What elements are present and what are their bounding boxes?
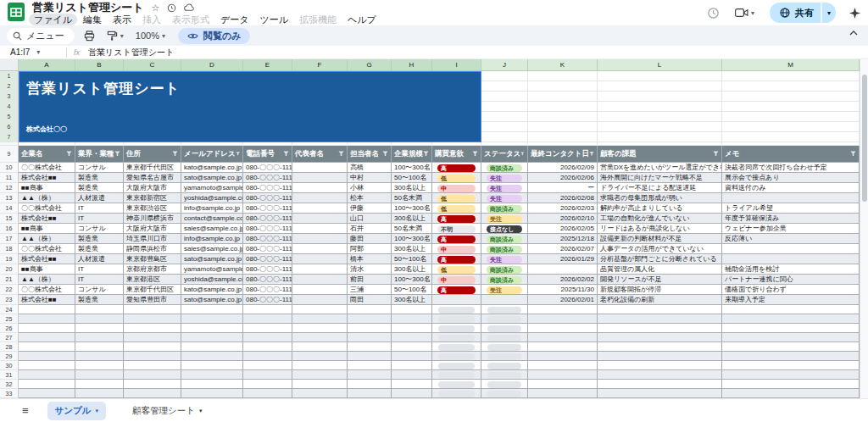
cell-L2[interactable] (598, 81, 722, 92)
cell-I20[interactable]: 低 (432, 264, 481, 275)
cell-M1[interactable] (722, 71, 860, 81)
empty-cell-J25[interactable] (481, 314, 528, 324)
column-header-D[interactable]: D (181, 59, 243, 71)
empty-cell-C30[interactable] (124, 361, 181, 370)
intent-chip[interactable] (438, 335, 475, 341)
status-chip[interactable]: 接点なし (487, 225, 522, 233)
cell-H15[interactable]: 300名以上 (392, 214, 432, 224)
access-status-icon[interactable] (167, 3, 176, 13)
cell-H22[interactable]: 50〜100名 (392, 285, 432, 295)
empty-cell-F32[interactable] (292, 380, 348, 389)
cell-C10[interactable]: 東京都千代田区 (124, 163, 181, 173)
cell-L15[interactable]: 工場の自動化が進んでいない (598, 214, 722, 224)
cell-L1[interactable] (598, 71, 722, 81)
cell-L4[interactable] (598, 102, 722, 112)
cell-J14[interactable]: 商談済み (481, 203, 528, 214)
empty-cell-L31[interactable] (598, 370, 722, 380)
empty-cell-E30[interactable] (243, 361, 292, 370)
cell-K2[interactable] (528, 81, 598, 92)
empty-cell-L26[interactable] (598, 324, 722, 333)
empty-cell-G25[interactable] (348, 314, 392, 324)
empty-cell-M28[interactable] (722, 342, 860, 352)
intent-chip[interactable]: 中 (437, 246, 476, 253)
empty-cell-F30[interactable] (292, 361, 348, 370)
cell-J10[interactable]: 商談済み (481, 163, 528, 173)
cell-F19[interactable] (292, 254, 348, 264)
cell-M23[interactable]: 来期導入予定 (722, 295, 860, 305)
empty-cell-D25[interactable] (181, 314, 243, 324)
formula-input[interactable]: 営業リスト管理シート (88, 47, 174, 58)
cell-K7[interactable] (528, 132, 598, 142)
cell-A22[interactable]: 〇〇株式会社 (19, 285, 75, 295)
empty-cell-A26[interactable] (19, 324, 75, 333)
cell-G9[interactable]: 担当者名 (348, 146, 392, 163)
sheets-logo-icon[interactable] (7, 3, 25, 21)
cell-H18[interactable]: 300名以上 (392, 244, 432, 254)
cell-M14[interactable]: トライアル希望 (722, 203, 860, 214)
cell-D19[interactable]: sato@sample.co.jp (181, 254, 243, 264)
filter-icon[interactable] (66, 151, 72, 157)
cell-E10[interactable]: 080-〇〇〇-1111 (243, 163, 292, 173)
empty-cell-I30[interactable] (432, 361, 481, 370)
status-chip[interactable]: 受注 (487, 286, 522, 294)
empty-cell-J27[interactable] (481, 333, 528, 342)
empty-cell-E28[interactable] (243, 342, 292, 352)
empty-cell-G24[interactable] (348, 305, 392, 314)
cell-F9[interactable]: 代表者名 (292, 146, 348, 163)
cell-E19[interactable]: 080-〇〇〇-1113 (243, 254, 292, 264)
sheet-tab-sample[interactable]: サンプル▾ (47, 402, 107, 420)
empty-cell-E25[interactable] (243, 314, 292, 324)
cell-J4[interactable] (481, 102, 528, 112)
row-header-14[interactable]: 14 (0, 203, 19, 214)
cell-F13[interactable] (292, 193, 348, 203)
cell-G11[interactable]: 中村 (348, 173, 392, 183)
row-header-18[interactable]: 18 (0, 244, 19, 254)
cell-D10[interactable]: kato@sample.co.jp (181, 163, 243, 173)
cell-B19[interactable]: 人材派遣 (75, 254, 124, 264)
empty-cell-A30[interactable] (19, 361, 75, 370)
cell-G20[interactable]: 清水 (348, 264, 392, 275)
filter-icon[interactable] (382, 151, 388, 157)
row-header-6[interactable]: 6 (0, 122, 19, 132)
empty-cell-B25[interactable] (75, 314, 124, 324)
empty-cell-A31[interactable] (19, 370, 75, 380)
select-all-corner[interactable] (0, 59, 19, 71)
cell-E23[interactable]: 080-〇〇〇-1113 (243, 295, 292, 305)
column-header-K[interactable]: K (528, 59, 598, 71)
row-header-28[interactable]: 28 (0, 342, 19, 352)
column-header-H[interactable]: H (392, 59, 432, 71)
cell-M13[interactable] (722, 193, 860, 203)
row-header-24[interactable]: 24 (0, 305, 19, 314)
cell-D12[interactable]: yamamoto@sample.co.jp (181, 183, 243, 193)
empty-cell-A33[interactable] (19, 389, 75, 398)
cell-H11[interactable]: 50〜100名 (392, 173, 432, 183)
cell-C12[interactable]: 大阪府大阪市 (124, 183, 181, 193)
row-header-21[interactable]: 21 (0, 275, 19, 285)
filter-icon[interactable] (520, 151, 525, 157)
cell-K18[interactable]: 2026/02/07 (528, 244, 598, 254)
cell-K1[interactable] (528, 71, 598, 81)
empty-cell-J24[interactable] (481, 305, 528, 314)
cell-I15[interactable]: 高 (432, 214, 481, 224)
cell-M3[interactable] (722, 92, 860, 102)
empty-cell-E33[interactable] (243, 389, 292, 398)
filter-icon[interactable] (172, 151, 178, 157)
empty-cell-F33[interactable] (292, 389, 348, 398)
cell-H14[interactable]: 100〜300名 (392, 203, 432, 214)
empty-cell-H33[interactable] (392, 389, 432, 398)
empty-cell-K32[interactable] (528, 380, 598, 389)
empty-cell-C25[interactable] (124, 314, 181, 324)
empty-cell-I31[interactable] (432, 370, 481, 380)
cell-G23[interactable]: 岡田 (348, 295, 392, 305)
cell-M5[interactable] (722, 112, 860, 122)
column-header-G[interactable]: G (348, 59, 392, 71)
cell-J9[interactable]: ステータス (481, 146, 528, 163)
paint-format-button[interactable]: ▾ (104, 31, 126, 42)
empty-cell-E27[interactable] (243, 333, 292, 342)
status-chip[interactable] (487, 335, 521, 341)
cell-H21[interactable]: 100〜300名 (392, 275, 432, 285)
empty-cell-D27[interactable] (181, 333, 243, 342)
status-chip[interactable] (487, 307, 521, 314)
gemini-sparkle-icon[interactable] (849, 7, 861, 19)
cell-K23[interactable]: 2026/02/01 (528, 295, 598, 305)
